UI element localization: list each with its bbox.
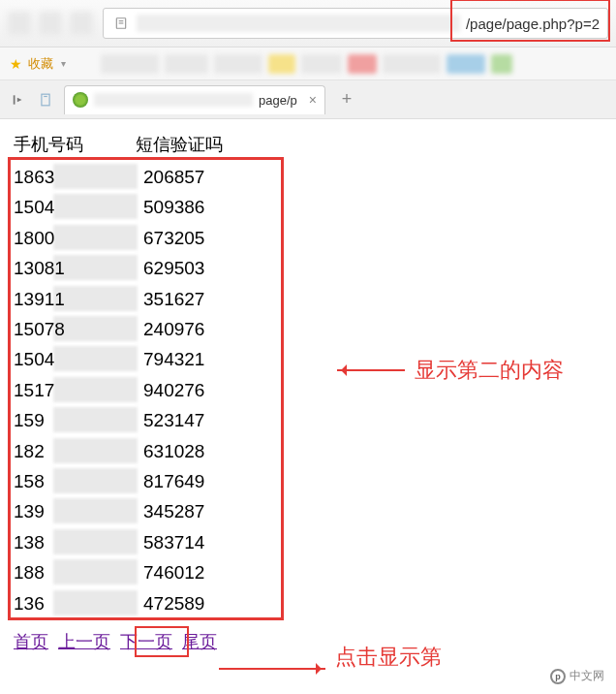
cell-sms: 345287 — [143, 496, 204, 526]
tab-title-blurred — [94, 93, 253, 107]
cell-sms: 583714 — [143, 527, 204, 557]
data-table: 1863206857150450938618006732051308162950… — [14, 162, 602, 618]
cell-sms: 794321 — [143, 344, 204, 374]
cell-phone: 182 — [14, 436, 143, 466]
toolbar-item-blurred — [214, 54, 262, 74]
cell-phone: 158 — [14, 466, 143, 496]
cell-phone: 13911 — [14, 284, 143, 314]
table-row: 15078240976 — [14, 314, 602, 344]
arrow-right-icon — [219, 668, 325, 670]
address-bar[interactable]: /page/page.php?p=2 — [103, 8, 608, 39]
sidebar-toggle-icon[interactable] — [10, 91, 27, 109]
toolbar-item-blurred — [348, 54, 377, 74]
cell-phone: 139 — [14, 496, 143, 526]
table-row: 188746012 — [14, 557, 602, 587]
cell-phone: 1504 — [14, 192, 143, 222]
cell-phone: 13081 — [14, 253, 143, 283]
pagination-first[interactable]: 首页 — [14, 630, 48, 653]
table-row: 13911351627 — [14, 284, 602, 314]
url-blurred-part — [137, 15, 460, 32]
refresh-button[interactable] — [70, 12, 93, 35]
cell-phone: 1504 — [14, 344, 143, 374]
table-row: 158817649 — [14, 466, 602, 496]
watermark-text: 中文网 — [570, 668, 604, 684]
new-tab-button[interactable]: + — [335, 88, 358, 111]
toolbar-item-blurred — [491, 54, 512, 74]
cell-sms: 940276 — [143, 375, 204, 405]
page-content: 手机号码 短信验证吗 18632068571504509386180067320… — [0, 119, 616, 667]
toolbar-item-blurred — [301, 54, 342, 74]
forward-button[interactable] — [39, 12, 62, 35]
cell-phone: 1517 — [14, 375, 143, 405]
annotation-display-second: 显示第二的内容 — [337, 356, 564, 385]
tab-title-visible: page/p — [259, 93, 297, 108]
cell-sms: 509386 — [143, 192, 204, 222]
back-button[interactable] — [8, 12, 31, 35]
star-icon[interactable]: ★ — [10, 56, 22, 72]
url-visible-part: /page/page.php?p=2 — [466, 16, 600, 32]
annotation-text: 点击显示第 — [335, 643, 442, 672]
pagination-last[interactable]: 尾页 — [182, 630, 217, 653]
browser-tab[interactable]: page/p × — [64, 85, 325, 114]
pagination-prev[interactable]: 上一页 — [58, 630, 110, 653]
cell-sms: 240976 — [143, 314, 204, 344]
cell-sms: 472589 — [143, 588, 204, 618]
svg-marker-4 — [17, 97, 22, 102]
browser-nav-bar: /page/page.php?p=2 — [0, 0, 616, 47]
tab-strip: page/p × + — [0, 80, 616, 119]
close-icon[interactable]: × — [309, 92, 317, 108]
svg-rect-3 — [14, 95, 15, 104]
toolbar-item-blurred — [383, 54, 441, 74]
table-row: 159523147 — [14, 405, 602, 435]
cell-sms: 746012 — [143, 557, 204, 587]
annotation-click-show: 点击显示第 — [335, 643, 442, 672]
table-row: 136472589 — [14, 588, 602, 618]
cell-sms: 351627 — [143, 284, 204, 314]
cell-sms: 673205 — [143, 223, 204, 253]
site-info-icon[interactable] — [111, 14, 131, 33]
cell-phone: 188 — [14, 557, 143, 587]
header-sms: 短信验证吗 — [136, 133, 223, 156]
table-row: 182631028 — [14, 436, 602, 466]
table-row: 139345287 — [14, 496, 602, 526]
table-row: 1800673205 — [14, 223, 602, 253]
arrow-left-icon — [337, 369, 405, 371]
header-phone: 手机号码 — [14, 133, 83, 156]
cell-sms: 206857 — [143, 162, 204, 192]
table-row: 1504509386 — [14, 192, 602, 222]
table-headers: 手机号码 短信验证吗 — [14, 133, 602, 156]
cell-phone: 1863 — [14, 162, 143, 192]
nav-buttons-blurred — [8, 12, 93, 35]
cell-phone: 1800 — [14, 223, 143, 253]
annotation-text: 显示第二的内容 — [415, 356, 564, 385]
toolbar-item-blurred — [101, 54, 159, 74]
cell-sms: 817649 — [143, 466, 204, 496]
tab-favicon-icon — [73, 92, 88, 108]
favorites-toolbar: ★ 收藏 ▾ — [0, 47, 616, 80]
php-logo-icon: p — [550, 669, 566, 684]
svg-rect-5 — [42, 94, 49, 106]
toolbar-item-blurred — [447, 54, 485, 74]
cell-phone: 136 — [14, 588, 143, 618]
reading-list-icon[interactable] — [37, 91, 54, 109]
cell-phone: 15078 — [14, 314, 143, 344]
table-row: 1863206857 — [14, 162, 602, 192]
table-row: 138583714 — [14, 527, 602, 557]
chevron-down-icon[interactable]: ▾ — [61, 58, 66, 69]
cell-sms: 523147 — [143, 405, 204, 435]
cell-sms: 631028 — [143, 436, 204, 466]
toolbar-item-blurred — [268, 54, 295, 74]
cell-sms: 629503 — [143, 253, 204, 283]
cell-phone: 138 — [14, 527, 143, 557]
table-row: 13081629503 — [14, 253, 602, 283]
watermark: p 中文网 — [546, 666, 608, 686]
pagination-next[interactable]: 下一页 — [120, 630, 172, 653]
favorites-label[interactable]: 收藏 — [28, 55, 53, 73]
pagination: 首页 上一页 下一页 尾页 — [14, 630, 602, 653]
toolbar-item-blurred — [165, 54, 208, 74]
cell-phone: 159 — [14, 405, 143, 435]
